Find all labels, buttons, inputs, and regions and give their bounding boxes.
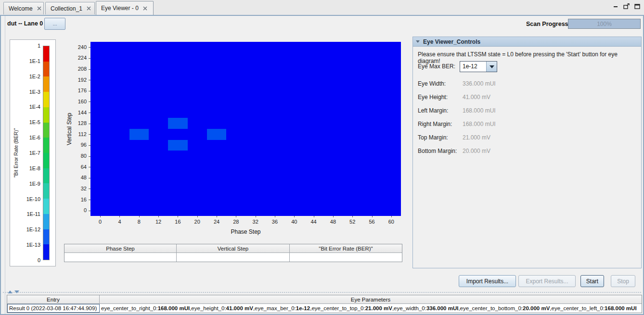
y-tick-mark [89,69,90,70]
eye-parameters-cell[interactable]: eye_center_to_right_0:168.000 mUI, eye_h… [100,304,642,313]
x-tick-label: 16 [169,219,186,225]
x-tick-mark [391,216,392,217]
heatmap-cell [168,118,187,129]
x-tick-mark [372,216,373,217]
y-tick-mark [89,178,90,178]
results-splitter-handle[interactable] [3,290,641,294]
colorbar-tick-label: 1 [38,43,40,49]
x-axis-label: Phase Step [90,228,401,235]
start-button[interactable]: Start [580,275,604,287]
ltssm-warning-message: Please ensure that LTSSM state = L0 befo… [418,51,637,64]
results-header-row: Entry Eye Parameters [7,295,642,304]
x-tick-label: 24 [208,219,225,225]
top-margin-value: 21.000 mV [463,134,490,141]
x-tick-label: 56 [364,219,380,225]
tab-bar: Welcome Collection_1 Eye Viewer - 0 [0,0,644,15]
right-margin-label: Right Margin: [418,121,452,127]
close-icon[interactable] [87,6,91,11]
dropdown-arrow-button[interactable] [486,62,497,72]
tab-label: Collection_1 [51,5,82,12]
x-tick-label: 4 [111,219,128,225]
eye-width-label: Eye Width: [418,80,446,87]
x-tick-mark [158,216,159,217]
left-margin-label: Left Margin: [418,107,448,114]
tab-label: Welcome [9,5,33,12]
tab-eye-viewer-0[interactable]: Eye Viewer - 0 [96,1,154,15]
x-tick-mark [178,216,178,217]
bottom-margin-value: 20.000 mV [463,148,490,154]
x-tick-label: 48 [325,219,341,225]
colorbar-tick-label: 1E-13 [26,242,40,248]
stop-button[interactable]: Stop [611,275,635,287]
right-margin-value: 168.000 mUI [463,121,496,127]
y-tick-mark [89,167,90,167]
colorbar-tick-label: 1E-5 [29,119,40,125]
x-tick-label: 36 [267,219,283,225]
eye-viewer-view: dut -- Lane 0 ... Scan Progress 100% "Bi… [0,15,644,315]
x-tick-mark [333,216,334,217]
y-tick-mark [89,145,90,146]
x-tick-label: 60 [383,219,399,225]
x-tick-label: 40 [286,219,302,225]
column-header-vertical-step[interactable]: Vertical Step [177,244,290,253]
results-table: Entry Eye Parameters Result 0 (2022-03-0… [7,295,642,313]
tab-collection-1[interactable]: Collection_1 [45,2,95,14]
scan-progress-label: Scan Progress [526,21,568,27]
y-tick-mark [89,200,90,200]
top-margin-label: Top Margin: [418,134,448,141]
table-row[interactable]: Result 0 (2022-03-08 16:47:44.909) eye_c… [7,304,642,313]
column-header-phase-step[interactable]: Phase Step [64,244,177,253]
eye-diagram-heatmap[interactable] [90,42,401,216]
x-tick-label: 44 [306,219,322,225]
close-icon[interactable] [143,6,147,11]
ber-colorbar-panel: "Bit Error Rate (BER)" 11E-11E-21E-31E-4… [10,39,56,266]
colorbar-tick-label: 1E-3 [29,89,40,95]
float-window-icon[interactable] [623,3,630,9]
device-lane-label: dut -- Lane 0 [7,20,43,27]
y-tick-mark [89,124,90,124]
y-tick-mark [89,47,90,48]
import-results-button[interactable]: Import Results... [459,275,516,287]
lane-browse-button[interactable]: ... [44,18,65,30]
eye-viewer-window: Welcome Collection_1 Eye Viewer - 0 [0,0,644,315]
column-header-ber[interactable]: "Bit Error Rate (BER)" [290,244,402,253]
tab-welcome[interactable]: Welcome [3,2,44,14]
close-icon[interactable] [37,6,41,11]
colorbar-gradient [43,46,50,260]
hover-readout-table: Phase Step Vertical Step "Bit Error Rate… [64,244,402,262]
export-results-button[interactable]: Export Results... [518,275,576,287]
window-controls [613,3,640,9]
x-tick-label: 12 [150,219,167,225]
expand-up-icon[interactable] [8,290,13,293]
hover-table-value-row [64,253,402,262]
heatmap-cell [168,140,187,151]
heatmap-cell [207,129,226,140]
y-tick-mark [89,156,90,157]
y-tick-mark [89,189,90,189]
y-tick-mark [89,101,90,102]
eye-max-ber-dropdown[interactable]: 1e-12 [460,61,497,72]
x-tick-label: 28 [228,219,244,225]
x-tick-mark [314,216,314,217]
colorbar-tick-label: 1E-6 [29,135,40,140]
minimize-icon[interactable] [613,4,618,9]
colorbar-tick-label: 1E-4 [29,104,40,110]
maximize-icon[interactable] [634,4,640,9]
collapse-section-icon[interactable] [416,40,420,43]
colorbar-tick-label: 1E-12 [26,227,40,232]
y-tick-mark [89,58,90,59]
colorbar-tick-label: 1E-7 [29,150,40,156]
y-tick-mark [89,211,90,211]
controls-panel-title: Eye Viewer_Controls [423,38,480,45]
eye-height-label: Eye Height: [418,94,448,101]
controls-panel-header[interactable]: Eye Viewer_Controls [413,37,641,47]
result-entry-cell[interactable]: Result 0 (2022-03-08 16:47:44.909) [7,304,100,313]
x-tick-mark [217,216,217,217]
y-tick-mark [89,91,90,91]
collapse-down-icon[interactable] [14,290,19,293]
chevron-down-icon [489,65,494,68]
column-header-entry[interactable]: Entry [7,295,100,304]
column-header-eye-parameters[interactable]: Eye Parameters [100,295,642,304]
heatmap-cell [129,129,149,140]
x-tick-mark [100,216,101,217]
